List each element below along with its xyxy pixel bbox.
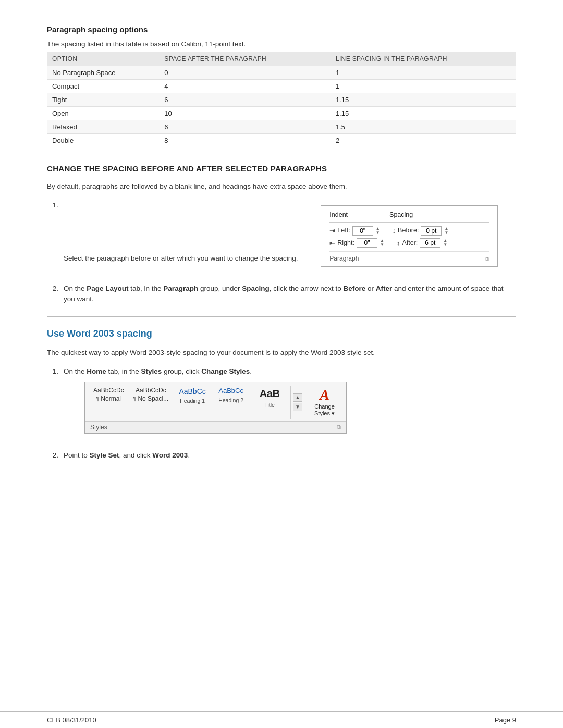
styles-panel: AaBbCcDc ¶ Normal AaBbCcDc ¶ No Spaci...… xyxy=(84,382,347,434)
before-spin[interactable]: ▲▼ xyxy=(444,227,448,235)
style-heading2[interactable]: AaBbCc Heading 2 xyxy=(213,386,249,419)
step2-2-num: 2. xyxy=(47,283,58,305)
style-nospace[interactable]: AaBbCcDc ¶ No Spaci... xyxy=(130,386,172,419)
step2-or: or xyxy=(365,285,376,292)
page-content: Paragraph spacing options The spacing li… xyxy=(0,0,563,728)
style-normal-preview-bot: ¶ Normal xyxy=(96,395,121,403)
right-icon: ⇤ xyxy=(329,238,335,249)
section-change-spacing: CHANGE THE SPACING BEFORE AND AFTER SELE… xyxy=(47,164,516,305)
step3-1-pre: On the xyxy=(64,367,87,375)
step3-2-mid: , and click xyxy=(119,451,153,459)
style-title-preview: AaB xyxy=(260,387,280,400)
style-normal[interactable]: AaBbCcDc ¶ Normal xyxy=(90,386,127,419)
table-header-row: OPTION SPACE AFTER THE PARAGRAPH LINE SP… xyxy=(47,52,516,66)
table-cell: 6 xyxy=(159,93,331,107)
step3-1-content: On the Home tab, in the Styles group, cl… xyxy=(64,366,516,443)
styles-scroll-down[interactable]: ▼ xyxy=(293,403,302,411)
table-cell: 1.15 xyxy=(331,107,516,120)
style-normal-preview-top: AaBbCcDc xyxy=(93,387,124,395)
step2-mid1: tab, in the xyxy=(129,285,164,292)
styles-scroll-up[interactable]: ▲ xyxy=(293,393,302,402)
panel-header: Indent Spacing xyxy=(329,210,489,223)
footer-left: CFB 08/31/2010 xyxy=(47,716,96,724)
step3-2-end: . xyxy=(188,451,190,459)
left-spin[interactable]: ▲▼ xyxy=(376,227,380,235)
right-label: Right: xyxy=(337,238,354,248)
spacing-table: OPTION SPACE AFTER THE PARAGRAPH LINE SP… xyxy=(47,52,516,147)
table-cell: 10 xyxy=(159,107,331,120)
step3-1-mid: tab, in the xyxy=(106,367,141,375)
before-input[interactable] xyxy=(421,226,442,236)
step2-tab: Page Layout xyxy=(87,285,128,292)
step3-home: Home xyxy=(87,367,106,375)
left-field-group: ⇥ Left: ▲▼ xyxy=(329,226,380,236)
section2-body: By default, paragraphs are followed by a… xyxy=(47,181,516,192)
change-styles-label: ChangeStyles ▾ xyxy=(314,403,335,417)
table-cell: Open xyxy=(47,107,159,120)
section1-subtitle: The spacing listed in this table is base… xyxy=(47,40,516,48)
left-input[interactable] xyxy=(352,226,373,236)
change-styles-icon: A xyxy=(320,388,329,402)
table-cell: Compact xyxy=(47,80,159,93)
change-styles-button[interactable]: A ChangeStyles ▾ xyxy=(308,386,341,419)
table-cell: No Paragraph Space xyxy=(47,66,159,80)
table-row: Compact41 xyxy=(47,80,516,93)
before-label: Before: xyxy=(398,226,419,236)
col-line-spacing: LINE SPACING IN THE PARAGRAPH xyxy=(331,52,516,66)
before-field-group: ↕ Before: ▲▼ xyxy=(393,226,449,236)
step2-after: After xyxy=(376,285,393,292)
style-heading1[interactable]: AaBbCc Heading 1 xyxy=(175,386,210,419)
style-nospace-preview-bot: ¶ No Spaci... xyxy=(133,395,168,403)
step3-2-content: Point to Style Set, and click Word 2003. xyxy=(64,450,516,461)
after-label: After: xyxy=(402,238,418,248)
table-cell: 8 xyxy=(159,134,331,147)
section-paragraph-spacing: Paragraph spacing options The spacing li… xyxy=(47,25,516,147)
right-spin[interactable]: ▲▼ xyxy=(380,239,384,247)
left-icon: ⇥ xyxy=(329,226,335,236)
after-input[interactable] xyxy=(420,238,440,248)
table-row: Double82 xyxy=(47,134,516,147)
table-cell: 0 xyxy=(159,66,331,80)
panel-rows: ⇥ Left: ▲▼ ↕ Before: ▲▼ xyxy=(329,226,489,248)
step3-2-style-set: Style Set xyxy=(90,451,119,459)
section3-body: The quickest way to apply Word 2003-styl… xyxy=(47,348,516,358)
styles-footer-label: Styles xyxy=(90,423,107,432)
step2-1-content: Select the paragraph before or after whi… xyxy=(64,200,516,276)
section-divider xyxy=(47,316,516,317)
step2-2: 2. On the Page Layout tab, in the Paragr… xyxy=(47,283,516,305)
panel-expand-icon[interactable]: ⧉ xyxy=(485,254,489,263)
step3-2-num: 2. xyxy=(47,450,58,461)
after-field-group: ↕ After: ▲▼ xyxy=(397,238,447,249)
section2-heading: CHANGE THE SPACING BEFORE AND AFTER SELE… xyxy=(47,164,516,173)
step2-grp: Paragraph xyxy=(163,285,198,292)
table-cell: 4 xyxy=(159,80,331,93)
right-input[interactable] xyxy=(357,238,377,248)
paragraph-panel: Indent Spacing ⇥ Left: ▲▼ ↕ xyxy=(321,205,498,267)
step2-1: 1. Select the paragraph before or after … xyxy=(47,200,516,276)
style-heading2-preview: AaBbCc xyxy=(218,387,243,396)
after-icon: ↕ xyxy=(397,238,400,249)
styles-footer: Styles ⧉ xyxy=(85,421,346,433)
step3-1-num: 1. xyxy=(47,366,58,443)
style-title[interactable]: AaB Title xyxy=(252,386,287,419)
step2-1-text: Select the paragraph before or after whi… xyxy=(64,254,298,262)
table-cell: Relaxed xyxy=(47,120,159,134)
styles-expand-icon[interactable]: ⧉ xyxy=(337,423,341,432)
table-head: OPTION SPACE AFTER THE PARAGRAPH LINE SP… xyxy=(47,52,516,66)
right-field-group: ⇤ Right: ▲▼ xyxy=(329,238,384,249)
step3-1-end: . xyxy=(250,367,252,375)
table-body: No Paragraph Space01Compact41Tight61.15O… xyxy=(47,66,516,147)
step2-1-num: 1. xyxy=(47,200,58,276)
step3-1: 1. On the Home tab, in the Styles group,… xyxy=(47,366,516,443)
style-heading2-label: Heading 2 xyxy=(218,397,243,405)
table-row: No Paragraph Space01 xyxy=(47,66,516,80)
panel-footer: Paragraph ⧉ xyxy=(329,251,489,263)
step2-2-pre: On the xyxy=(64,285,87,292)
table-cell: 6 xyxy=(159,120,331,134)
table-row: Relaxed61.5 xyxy=(47,120,516,134)
table-cell: 1.15 xyxy=(331,93,516,107)
spacing-label: Spacing xyxy=(389,210,413,220)
after-spin[interactable]: ▲▼ xyxy=(443,239,447,247)
before-icon: ↕ xyxy=(393,226,396,236)
left-label: Left: xyxy=(337,226,350,236)
